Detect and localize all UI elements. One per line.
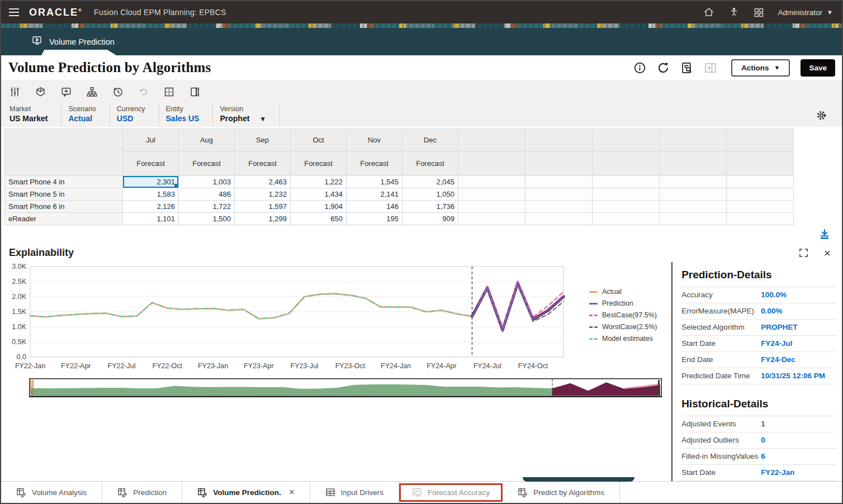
accessibility-person-icon[interactable] bbox=[728, 6, 740, 18]
grid-cell[interactable]: 1,597 bbox=[235, 201, 291, 213]
legend-item[interactable]: Actual bbox=[589, 288, 667, 296]
grid-cell[interactable]: 909 bbox=[402, 213, 458, 225]
bottom-tab-forecast-accuracy[interactable]: Forecast Accuracy bbox=[399, 483, 503, 502]
grid-cell[interactable]: 1,500 bbox=[179, 213, 235, 225]
grid-cell[interactable]: 2,126 bbox=[123, 201, 179, 213]
grid-cell-empty[interactable] bbox=[660, 188, 727, 201]
grid-cell-empty[interactable] bbox=[525, 213, 593, 225]
grid-cell-empty[interactable] bbox=[525, 201, 593, 213]
legend-item[interactable]: Model estimates bbox=[589, 335, 667, 343]
grid-cell[interactable]: 1,222 bbox=[291, 176, 347, 188]
grid-cell-empty[interactable] bbox=[593, 213, 660, 225]
grid-row-header[interactable]: Smart Phone 5 in bbox=[5, 188, 123, 201]
legend-item[interactable]: BestCase(97.5%) bbox=[589, 311, 667, 319]
grid-cell-empty[interactable] bbox=[593, 201, 660, 213]
expand-icon[interactable] bbox=[799, 248, 808, 258]
grid-forecast-header[interactable]: Forecast bbox=[291, 151, 347, 176]
grid-cell-empty[interactable] bbox=[660, 201, 727, 213]
grid-cell[interactable]: 1,545 bbox=[347, 176, 402, 188]
actions-button[interactable]: Actions ▼ bbox=[731, 59, 790, 77]
grid-cell[interactable]: 1,434 bbox=[291, 188, 347, 201]
job-console-icon[interactable] bbox=[680, 61, 693, 74]
apps-grid-icon[interactable] bbox=[753, 7, 765, 18]
pov-version[interactable]: Version Prophet ▼ bbox=[213, 103, 280, 127]
history-icon[interactable] bbox=[112, 87, 123, 97]
grid-cell[interactable]: 2,141 bbox=[347, 188, 402, 201]
home-icon[interactable] bbox=[703, 6, 715, 18]
grid-cell[interactable]: 1,050 bbox=[402, 188, 458, 201]
grid-month-header[interactable]: Oct bbox=[291, 129, 347, 151]
grid-row-header[interactable]: eReader bbox=[5, 213, 123, 225]
cube-icon[interactable] bbox=[35, 87, 46, 97]
range-selector[interactable] bbox=[29, 378, 662, 398]
grid-cell-empty[interactable] bbox=[525, 188, 593, 201]
user-menu[interactable]: Administrator ▼ bbox=[778, 8, 833, 17]
grid-cell[interactable]: 486 bbox=[179, 188, 235, 201]
grid-cell-empty[interactable] bbox=[727, 213, 794, 225]
grid-forecast-header[interactable]: Forecast bbox=[179, 151, 235, 176]
adjust-sliders-icon[interactable] bbox=[10, 87, 20, 97]
hamburger-menu-icon[interactable] bbox=[9, 8, 19, 16]
grid-cell[interactable]: 1,101 bbox=[123, 213, 179, 225]
freeze-pane-icon[interactable] bbox=[190, 87, 200, 97]
bottom-tab-input-drivers[interactable]: Input Drivers bbox=[310, 482, 400, 503]
grid-cell-selected[interactable]: 2,301 bbox=[123, 176, 179, 188]
refresh-icon[interactable] bbox=[657, 61, 670, 74]
grid-cell[interactable]: 146 bbox=[347, 201, 402, 213]
grid-cell-empty[interactable] bbox=[458, 176, 525, 188]
grid-cell[interactable]: 195 bbox=[347, 213, 402, 225]
grid-cell[interactable]: 1,003 bbox=[179, 176, 235, 188]
grid-cell[interactable]: 2,463 bbox=[235, 176, 291, 188]
nav-card-volume-prediction[interactable]: Volume Prediction bbox=[31, 35, 115, 49]
bottom-tab-predict-by-algorithms[interactable]: Predict by Algorithms bbox=[503, 482, 620, 503]
grid-cell-empty[interactable] bbox=[525, 176, 593, 188]
bottom-tab-volume-prediction[interactable]: Volume Prediction.× bbox=[182, 482, 310, 503]
grid-cell-empty[interactable] bbox=[727, 201, 794, 213]
info-icon[interactable] bbox=[633, 61, 646, 74]
pov-currency[interactable]: Currency USD bbox=[110, 103, 159, 127]
grid-cell[interactable]: 1,232 bbox=[235, 188, 291, 201]
grid-cell-empty[interactable] bbox=[458, 188, 525, 201]
grid-cell-empty[interactable] bbox=[458, 213, 525, 225]
grid-cell-empty[interactable] bbox=[660, 176, 727, 188]
grid-month-header[interactable]: Aug bbox=[179, 129, 235, 151]
grid-cell-empty[interactable] bbox=[727, 188, 794, 201]
grid-month-header[interactable]: Sep bbox=[235, 129, 291, 151]
grid-month-header[interactable]: Jul bbox=[123, 129, 179, 151]
save-button[interactable]: Save bbox=[801, 59, 835, 77]
hierarchy-icon[interactable] bbox=[87, 87, 97, 97]
grid-month-header[interactable]: Nov bbox=[347, 129, 402, 151]
bottom-tab-volume-analysis[interactable]: Volume Analysis bbox=[1, 482, 102, 503]
pov-entity[interactable]: Entity Sales US bbox=[159, 103, 214, 127]
grid-row-header[interactable]: Smart Phone 4 in bbox=[5, 176, 123, 188]
grid-cell[interactable]: 1,904 bbox=[291, 201, 347, 213]
pov-market[interactable]: Market US Market bbox=[10, 103, 61, 127]
grid-forecast-header[interactable]: Forecast bbox=[235, 151, 291, 176]
close-tab-icon[interactable]: × bbox=[289, 487, 295, 498]
grid-cell[interactable]: 650 bbox=[291, 213, 347, 225]
close-icon[interactable]: × bbox=[824, 247, 831, 259]
grid-cell[interactable]: 2,045 bbox=[402, 176, 458, 188]
grid-cell-empty[interactable] bbox=[593, 176, 660, 188]
grid-cell[interactable]: 1,583 bbox=[123, 188, 179, 201]
comment-add-icon[interactable] bbox=[61, 87, 72, 97]
grid-row-header[interactable]: Smart Phone 6 in bbox=[5, 201, 123, 213]
grid-cell-empty[interactable] bbox=[660, 213, 727, 225]
gear-icon[interactable] bbox=[816, 103, 827, 127]
download-icon[interactable] bbox=[818, 228, 831, 240]
grid-cell[interactable]: 1,736 bbox=[402, 201, 458, 213]
legend-item[interactable]: WorstCase(2.5%) bbox=[589, 323, 667, 331]
grid-cell[interactable]: 1,722 bbox=[179, 201, 235, 213]
legend-item[interactable]: Prediction bbox=[589, 299, 667, 307]
grid-cell-empty[interactable] bbox=[727, 176, 794, 188]
selection-handle[interactable] bbox=[174, 184, 178, 188]
grid-forecast-header[interactable]: Forecast bbox=[402, 151, 458, 176]
bottom-tab-prediction[interactable]: Prediction bbox=[102, 482, 182, 503]
grid-cell[interactable]: 1,299 bbox=[235, 213, 291, 225]
pov-scenario[interactable]: Scenario Actual bbox=[61, 103, 110, 127]
grid-month-header[interactable]: Dec bbox=[402, 129, 458, 151]
grid-forecast-header[interactable]: Forecast bbox=[347, 151, 402, 176]
grid-cell-empty[interactable] bbox=[593, 188, 660, 201]
grid-cell-empty[interactable] bbox=[458, 201, 525, 213]
grid-forecast-header[interactable]: Forecast bbox=[123, 151, 179, 176]
